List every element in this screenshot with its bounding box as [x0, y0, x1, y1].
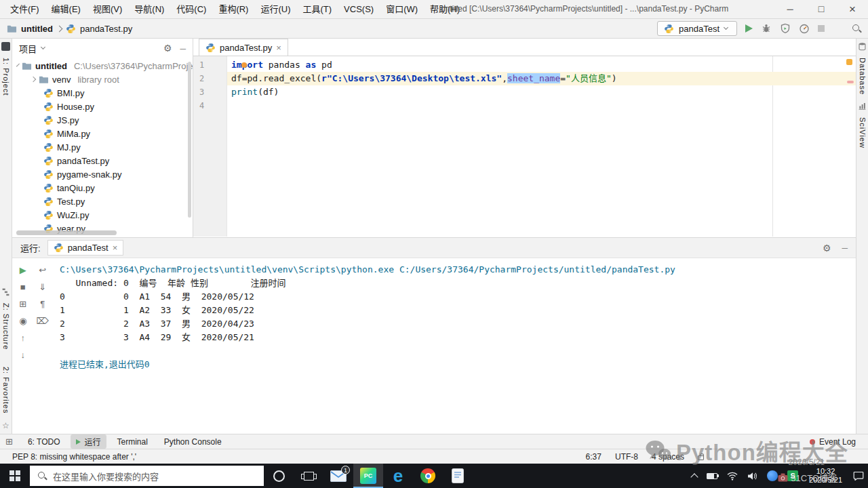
hide-panel-icon[interactable]: [180, 43, 186, 54]
hide-panel-icon[interactable]: [842, 243, 848, 253]
menu-item[interactable]: 文件(F): [4, 0, 45, 18]
coverage-button[interactable]: [780, 23, 791, 34]
taskbar-search[interactable]: 在这里输入你要搜索的内容: [30, 466, 264, 486]
stripe-favorites[interactable]: 2: Favorites: [2, 367, 10, 413]
menu-item[interactable]: 代码(C): [170, 0, 212, 18]
stripe-structure[interactable]: Z: Structure: [2, 303, 10, 350]
stop-button[interactable]: [20, 283, 26, 291]
indent-indicator[interactable]: 4 spaces: [652, 452, 684, 462]
code-line[interactable]: [227, 99, 856, 113]
tree-item[interactable]: MiMa.py: [12, 127, 193, 140]
battery-icon[interactable]: [707, 473, 717, 479]
minimize-button[interactable]: [774, 0, 806, 19]
sciview-icon[interactable]: [858, 102, 867, 110]
task-view-button[interactable]: [294, 464, 323, 488]
tool-window-tab[interactable]: 运行: [71, 434, 106, 449]
code-line[interactable]: import pandas as pd: [227, 58, 856, 72]
tray-app-icon[interactable]: [767, 470, 778, 481]
notes-app-button[interactable]: [443, 464, 473, 488]
code-line[interactable]: print(df): [227, 85, 856, 99]
menu-item[interactable]: 视图(V): [87, 0, 128, 18]
lock-icon[interactable]: [698, 455, 704, 460]
inspection-indicator[interactable]: [846, 59, 852, 65]
tool-windows-icon[interactable]: [5, 436, 13, 447]
code-line[interactable]: df=pd.read_excel(r"C:\Users\37364\Deskto…: [227, 72, 856, 85]
run-button[interactable]: [745, 24, 753, 33]
editor-tab[interactable]: pandaTest.py: [199, 39, 288, 56]
chevron-right-icon[interactable]: [31, 77, 36, 82]
print-icon[interactable]: [40, 300, 45, 308]
tool-window-tab[interactable]: Terminal: [112, 436, 153, 448]
tree-item[interactable]: Test.py: [12, 195, 193, 208]
star-icon[interactable]: [2, 420, 9, 430]
tree-item-root[interactable]: untitled C:\Users\37364\PycharmProje: [12, 59, 193, 73]
tree-item[interactable]: venvlibrary root: [12, 73, 193, 86]
start-button[interactable]: [0, 464, 30, 488]
tree-item[interactable]: MJ.py: [12, 140, 193, 154]
database-icon[interactable]: [858, 42, 867, 51]
stripe-project[interactable]: 1: Project: [2, 58, 10, 96]
structure-icon[interactable]: [1, 287, 10, 296]
scroll-to-end-icon[interactable]: [39, 283, 46, 291]
tree-item[interactable]: JS.py: [12, 113, 193, 127]
tree-item[interactable]: pandaTest.py: [12, 154, 193, 167]
encoding-indicator[interactable]: UTF-8: [615, 452, 638, 462]
debug-button[interactable]: [761, 23, 772, 34]
tray-expand-icon[interactable]: [690, 473, 698, 481]
cortana-button[interactable]: [264, 464, 294, 488]
project-tool-icon[interactable]: [1, 42, 10, 51]
mail-app-button[interactable]: 1: [323, 464, 353, 488]
tree-item[interactable]: tanQiu.py: [12, 181, 193, 195]
edge-app-button[interactable]: [383, 464, 413, 488]
rerun-button[interactable]: [20, 266, 26, 274]
close-tab-icon[interactable]: [276, 43, 281, 53]
tool-window-tab[interactable]: Python Console: [159, 436, 227, 448]
action-center-icon[interactable]: [853, 471, 864, 481]
stripe-sciview[interactable]: SciView: [859, 117, 867, 148]
profiler-button[interactable]: [799, 23, 810, 34]
menu-item[interactable]: VCS(S): [338, 0, 380, 18]
run-tab[interactable]: pandaTest: [47, 240, 124, 256]
close-tab-icon[interactable]: [113, 243, 118, 253]
chevron-down-icon[interactable]: [16, 63, 20, 66]
run-config-selector[interactable]: pandaTest: [657, 21, 737, 36]
tree-item[interactable]: BMI.py: [12, 86, 193, 100]
menu-item[interactable]: 重构(R): [212, 0, 254, 18]
caret-position[interactable]: 6:37: [586, 452, 601, 462]
volume-icon[interactable]: [747, 472, 757, 481]
project-horizontal-scrollbar[interactable]: [16, 230, 117, 235]
settings-gear-icon[interactable]: [823, 243, 831, 253]
menu-item[interactable]: 编辑(E): [45, 0, 87, 18]
breadcrumb-project[interactable]: untitled: [21, 24, 53, 34]
tree-item[interactable]: House.py: [12, 100, 193, 113]
settings-gear-icon[interactable]: [163, 43, 172, 54]
clear-console-icon[interactable]: [36, 317, 48, 325]
up-stack-icon[interactable]: [21, 333, 26, 342]
menu-item[interactable]: 窗口(W): [380, 0, 424, 18]
project-panel-title[interactable]: 项目: [19, 42, 37, 55]
network-icon[interactable]: [727, 472, 738, 481]
tree-item-label: WuZi.py: [57, 210, 89, 220]
restore-layout-icon[interactable]: [19, 300, 26, 308]
menu-item[interactable]: 工具(T): [296, 0, 338, 18]
menu-item[interactable]: 运行(U): [254, 0, 296, 18]
breadcrumb-file[interactable]: pandaTest.py: [80, 24, 132, 34]
event-log[interactable]: Event Log: [810, 437, 863, 447]
stripe-database[interactable]: Database: [859, 58, 867, 95]
maximize-button[interactable]: [806, 0, 837, 19]
tree-item[interactable]: pygame-snak.py: [12, 167, 193, 181]
close-button[interactable]: [837, 0, 868, 19]
pin-tab-icon[interactable]: [19, 317, 26, 325]
tool-window-tab[interactable]: 6: TODO: [22, 436, 66, 448]
down-stack-icon[interactable]: [21, 350, 26, 359]
code-area[interactable]: import pandas as pddf=pd.read_excel(r"C:…: [227, 56, 856, 237]
chrome-app-button[interactable]: [413, 464, 443, 488]
stop-button[interactable]: [818, 25, 825, 32]
pycharm-app-button[interactable]: [353, 464, 383, 488]
soft-wrap-icon[interactable]: [39, 266, 46, 274]
menu-item[interactable]: 导航(N): [128, 0, 170, 18]
python-icon: [43, 183, 54, 193]
project-vertical-scrollbar[interactable]: [188, 62, 191, 218]
tree-item[interactable]: WuZi.py: [12, 208, 193, 222]
search-everywhere-icon[interactable]: [852, 24, 861, 33]
